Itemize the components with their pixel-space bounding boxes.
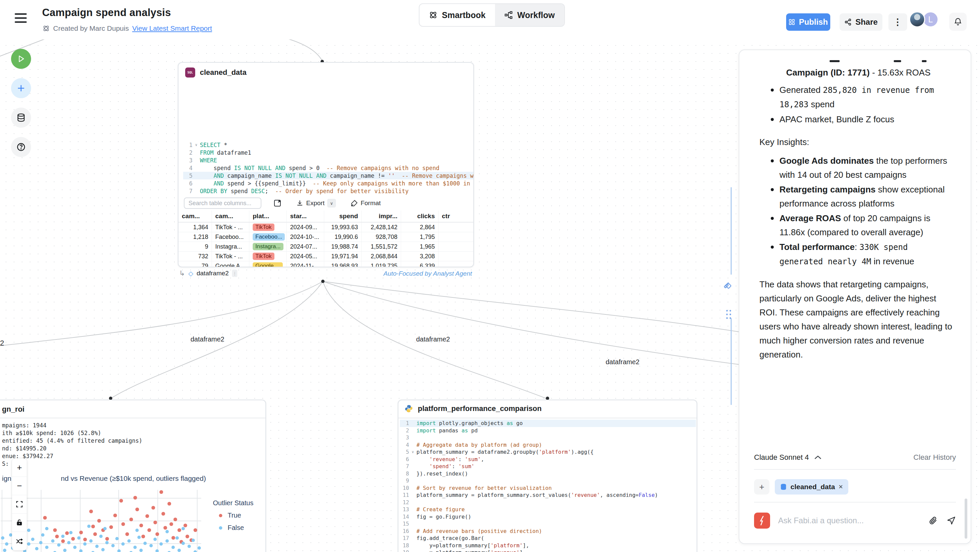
scatter-point-true bbox=[105, 537, 109, 541]
expand-table-button[interactable] bbox=[274, 199, 282, 207]
sql-editor[interactable]: 1∨SELECT *2FROM dataframe13WHERE4 spend … bbox=[183, 141, 471, 195]
code-line[interactable]: 11platform_summary = platform_summary.so… bbox=[400, 492, 696, 499]
column-header[interactable]: ctr bbox=[439, 210, 460, 222]
code-line[interactable]: 6 AND spend > {{spend_limit}} -- Keep on… bbox=[183, 180, 474, 187]
add-context-button[interactable]: + bbox=[754, 479, 769, 495]
column-header[interactable]: spend bbox=[324, 210, 362, 222]
column-header[interactable]: star... bbox=[287, 210, 324, 222]
code-line[interactable]: 3 bbox=[400, 434, 696, 441]
code-line[interactable]: 17fig.add_trace(go.Bar( bbox=[400, 535, 696, 542]
drag-handle-dots[interactable] bbox=[725, 309, 733, 320]
more-options-button[interactable]: ⋮ bbox=[888, 13, 907, 31]
scatter-point-false bbox=[175, 536, 179, 540]
lock-axes-button[interactable] bbox=[12, 514, 27, 532]
table-cell: 928,708 bbox=[362, 232, 401, 242]
user-avatar[interactable] bbox=[909, 11, 925, 27]
scatter-point-false bbox=[117, 549, 121, 552]
close-icon[interactable]: × bbox=[838, 482, 843, 491]
node-campaign-roi[interactable]: gn_roi mpaigns: 1944ith ≥$10k spend: 102… bbox=[0, 399, 266, 552]
code-line[interactable]: 5 AND campaign_name IS NOT NULL AND camp… bbox=[183, 172, 474, 180]
code-line[interactable]: 18 y=platform_summary['platform'], bbox=[400, 542, 696, 549]
run-all-button[interactable] bbox=[11, 49, 31, 69]
scatter-point-true bbox=[156, 532, 159, 536]
scatter-point-true bbox=[172, 536, 175, 540]
attach-file-icon[interactable] bbox=[929, 516, 938, 525]
clipped-text-line bbox=[922, 60, 926, 62]
table-row[interactable]: 79Google A...Google ...2024-11-...19,968… bbox=[178, 261, 474, 267]
code-line[interactable]: 2import pandas as pd bbox=[400, 427, 696, 434]
chat-input[interactable]: Ask Fabi.ai a question... bbox=[778, 516, 921, 525]
legend-item-true[interactable]: True bbox=[219, 512, 253, 519]
scatter-point-false bbox=[67, 541, 70, 544]
help-button[interactable] bbox=[11, 137, 31, 157]
code-line[interactable]: 2FROM dataframe1 bbox=[183, 149, 474, 156]
node-cleaned-data[interactable]: SQL cleaned_data 1∨SELECT *2FROM datafra… bbox=[178, 62, 474, 267]
code-line[interactable]: 4 spend IS NOT NULL AND spend > 0 -- Rem… bbox=[183, 164, 474, 172]
code-line[interactable]: 6 'revenue': 'sum', bbox=[400, 456, 696, 463]
column-header[interactable]: impr... bbox=[362, 210, 401, 222]
scatter-point-false bbox=[181, 542, 185, 545]
code-line[interactable]: 7 'spend': 'sum' bbox=[400, 463, 696, 470]
context-chip-cleaned-data[interactable]: cleaned_data × bbox=[775, 479, 848, 495]
code-line[interactable]: 8}).reset_index() bbox=[400, 470, 696, 477]
tab-workflow[interactable]: Workflow bbox=[495, 4, 564, 26]
code-line[interactable]: 10# Sort by revenue for better visualiza… bbox=[400, 485, 696, 492]
clear-history-button[interactable]: Clear History bbox=[913, 453, 956, 462]
model-selector[interactable]: Claude Sonnet 4 bbox=[754, 453, 809, 462]
fullscreen-button[interactable] bbox=[12, 495, 27, 514]
smart-report-link[interactable]: View Latest Smart Report bbox=[132, 24, 212, 32]
code-line[interactable]: 13# Create figure bbox=[400, 506, 696, 513]
export-dropdown[interactable]: ∨ bbox=[327, 199, 336, 207]
python-editor[interactable]: 1import plotly.graph_objects as go2impor… bbox=[400, 420, 696, 552]
chip-drag-handle[interactable]: ⋮ bbox=[232, 270, 237, 277]
column-header[interactable]: clicks bbox=[401, 210, 439, 222]
sidebar-scrollbar[interactable] bbox=[965, 498, 967, 539]
data-sources-button[interactable] bbox=[11, 108, 31, 128]
legend-item-false[interactable]: False bbox=[219, 524, 253, 531]
scatter-point-false bbox=[111, 544, 115, 547]
export-button[interactable]: Export ∨ bbox=[296, 199, 336, 207]
notifications-button[interactable] bbox=[949, 13, 967, 31]
table-row[interactable]: 1,218Faceboo...Faceboo...2024-10-...19,9… bbox=[178, 232, 474, 242]
hamburger-menu-icon[interactable] bbox=[15, 13, 27, 23]
code-line[interactable]: 14fig = go.Figure() bbox=[400, 513, 696, 520]
code-line[interactable]: 1import plotly.graph_objects as go bbox=[400, 420, 696, 427]
code-line[interactable]: 4# Aggregate data by platform (ad group) bbox=[400, 441, 696, 449]
code-line[interactable]: 7ORDER BY spend DESC; -- Order by spend … bbox=[183, 187, 474, 195]
scatter-point-false bbox=[27, 542, 30, 546]
publish-button[interactable]: Publish bbox=[786, 13, 830, 31]
code-line[interactable]: 19 x=platform_summary['revenue'], bbox=[400, 549, 696, 552]
share-button[interactable]: Share bbox=[840, 13, 882, 31]
code-line[interactable]: 1∨SELECT * bbox=[183, 141, 474, 149]
tab-smartbook[interactable]: Smartbook bbox=[420, 4, 495, 26]
chevron-up-icon[interactable] bbox=[814, 455, 822, 460]
zoom-in-button[interactable]: + bbox=[12, 458, 27, 477]
column-header[interactable]: plat... bbox=[249, 210, 287, 222]
scatter-point-false bbox=[197, 546, 201, 550]
format-button[interactable]: Format bbox=[351, 199, 381, 207]
scatter-point-false bbox=[127, 539, 131, 542]
send-icon[interactable] bbox=[947, 516, 956, 525]
dataframe-output-chip[interactable]: ↳ ◇ dataframe2 ⋮ bbox=[179, 269, 237, 277]
table-row[interactable]: 1,364TikTok - ...TikTok2024-09...19,993.… bbox=[178, 223, 474, 232]
scatter-plot[interactable] bbox=[1, 490, 201, 552]
column-header[interactable]: cam... bbox=[178, 210, 212, 222]
unlink-cell-icon[interactable] bbox=[722, 280, 733, 290]
table-row[interactable]: 732TikTok - ...TikTok2024-05...19,971.94… bbox=[178, 251, 474, 261]
node-platform-performance[interactable]: platform_performance_comparison 1import … bbox=[398, 399, 697, 552]
scatter-point-false bbox=[178, 549, 181, 552]
column-header[interactable]: cam... bbox=[212, 210, 249, 222]
code-line[interactable]: 15 bbox=[400, 520, 696, 528]
search-input[interactable]: Search table columns... bbox=[184, 197, 261, 209]
code-line[interactable]: 5∨platform_summary = dataframe2.groupby(… bbox=[400, 449, 696, 456]
code-line[interactable]: 9 bbox=[400, 477, 696, 485]
code-line[interactable]: 3WHERE bbox=[183, 156, 474, 164]
scatter-point-true bbox=[65, 531, 69, 535]
code-line[interactable]: 16# Add revenue bars (positive direction… bbox=[400, 528, 696, 535]
table-row[interactable]: 9Instagra...Instagra...2024-07...19,988.… bbox=[178, 242, 474, 251]
campaign-heading: Campaign (ID: 1771) - 15.63x ROAS bbox=[786, 65, 956, 80]
zoom-out-button[interactable]: − bbox=[12, 477, 27, 495]
shuffle-button[interactable] bbox=[12, 532, 27, 550]
code-line[interactable]: 12 bbox=[400, 499, 696, 506]
add-cell-button[interactable] bbox=[11, 78, 31, 98]
